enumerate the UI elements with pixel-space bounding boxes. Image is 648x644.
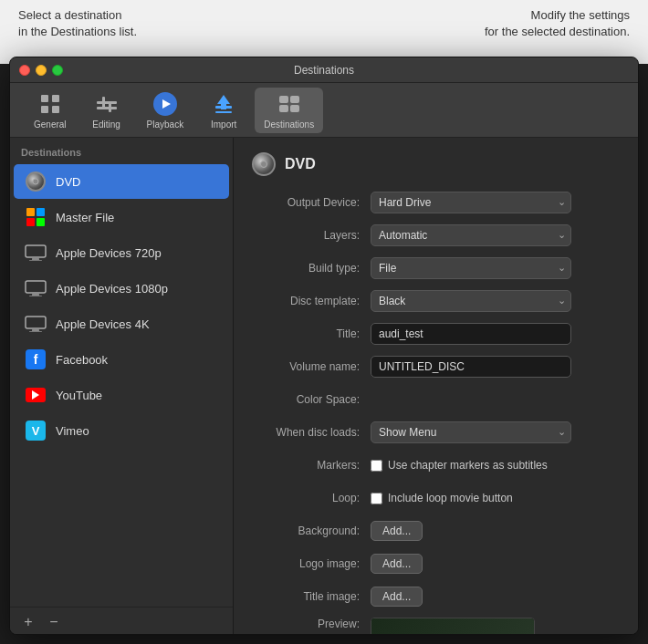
import-icon	[211, 91, 236, 117]
sidebar-item-dvd[interactable]: DVD	[14, 164, 229, 199]
volume-name-input[interactable]	[371, 356, 571, 378]
destinations-icon	[277, 91, 302, 117]
disc-template-control: Black White Custom	[371, 290, 620, 312]
title-image-label: Title image:	[252, 590, 371, 603]
title-input[interactable]	[371, 323, 571, 345]
toolbar-editing-button[interactable]: Editing	[83, 88, 131, 133]
panel-title: DVD	[285, 156, 316, 172]
sidebar-item-apple-1080p[interactable]: Apple Devices 1080p	[14, 271, 229, 306]
editing-icon	[94, 91, 120, 117]
svg-rect-19	[26, 218, 35, 226]
svg-rect-5	[97, 107, 117, 109]
logo-image-add-button[interactable]: Add...	[371, 554, 423, 574]
main-window: Destinations General	[9, 57, 639, 635]
svg-rect-22	[32, 258, 39, 260]
build-type-label: Build type:	[252, 262, 371, 275]
svg-rect-18	[37, 208, 45, 216]
title-image-control: Add...	[371, 587, 620, 607]
markers-label: Markers:	[252, 459, 371, 472]
content-area: Destinations DVD	[10, 138, 638, 635]
toolbar-playback-label: Playback	[147, 119, 184, 130]
markers-checkbox-label: Use chapter markers as subtitles	[388, 459, 548, 472]
maximize-button[interactable]	[52, 65, 63, 76]
sidebar-item-master-file[interactable]: Master File	[14, 200, 229, 234]
minimize-button[interactable]	[36, 65, 47, 76]
loop-row: Loop: Include loop movie button	[252, 486, 620, 510]
svg-rect-7	[109, 101, 111, 112]
markers-checkbox[interactable]	[371, 460, 382, 472]
svg-rect-2	[41, 106, 48, 113]
sidebar-item-vimeo[interactable]: V Vimeo	[14, 413, 229, 448]
preview-label: Preview:	[252, 618, 371, 630]
background-control: Add...	[371, 521, 620, 541]
svg-rect-25	[32, 294, 39, 296]
layers-control: Automatic Single Layer Dual Layer	[371, 224, 620, 246]
sidebar-item-facebook-label: Facebook	[56, 353, 108, 367]
svg-rect-4	[97, 101, 117, 104]
disc-template-select[interactable]: Black White Custom	[371, 290, 571, 312]
svg-rect-12	[215, 111, 232, 113]
svg-rect-27	[26, 317, 46, 328]
toolbar-import-button[interactable]: Import	[200, 88, 247, 133]
apple-1080p-icon	[25, 277, 47, 299]
sidebar-item-apple-720p[interactable]: Apple Devices 720p	[14, 235, 229, 270]
sidebar-item-vimeo-label: Vimeo	[56, 424, 89, 438]
add-destination-button[interactable]: +	[17, 613, 39, 631]
sidebar-item-facebook[interactable]: f Facebook	[14, 342, 229, 377]
build-type-control: File Disc Image VIDEO_TS Folder	[371, 257, 620, 279]
titlebar: Destinations	[10, 57, 638, 83]
toolbar-playback-button[interactable]: Playback	[138, 88, 193, 133]
general-icon	[37, 91, 63, 117]
preview-row: Preview: This is the Movie Title	[252, 618, 620, 635]
youtube-icon	[25, 384, 47, 406]
toolbar-destinations-button[interactable]: Destinations	[255, 88, 323, 133]
apple-4k-icon	[25, 313, 47, 335]
svg-rect-23	[29, 260, 42, 261]
preview-control: This is the Movie Title	[371, 618, 620, 635]
build-type-select[interactable]: File Disc Image VIDEO_TS Folder	[371, 257, 571, 279]
toolbar-general-button[interactable]: General	[25, 88, 76, 133]
logo-image-label: Logo image:	[252, 557, 371, 570]
sidebar-item-apple-1080p-label: Apple Devices 1080p	[56, 282, 168, 296]
svg-rect-6	[102, 97, 105, 108]
disc-template-label: Disc template:	[252, 295, 371, 307]
build-type-row: Build type: File Disc Image VIDEO_TS Fol…	[252, 256, 620, 280]
remove-destination-button[interactable]: −	[43, 613, 65, 631]
output-device-select[interactable]: Hard Drive DVD Burner	[371, 192, 571, 213]
svg-rect-1	[52, 95, 59, 102]
loop-checkbox-label: Include loop movie button	[388, 492, 513, 504]
toolbar-destinations-label: Destinations	[264, 119, 314, 130]
traffic-lights	[19, 65, 63, 76]
svg-rect-16	[290, 105, 299, 112]
svg-rect-21	[26, 245, 46, 257]
volume-name-row: Volume name:	[252, 355, 620, 379]
loop-label: Loop:	[252, 492, 371, 504]
when-disc-loads-select[interactable]: Show Menu Play Movie	[371, 421, 571, 443]
output-device-label: Output Device:	[252, 196, 371, 209]
sidebar-item-apple-4k[interactable]: Apple Devices 4K	[14, 306, 229, 341]
sidebar-item-youtube[interactable]: YouTube	[14, 378, 229, 412]
tooltip-left: Select a destination in the Destinations…	[18, 7, 137, 57]
volume-name-label: Volume name:	[252, 360, 371, 373]
svg-rect-28	[32, 329, 39, 331]
svg-rect-29	[29, 331, 42, 332]
dvd-icon	[25, 171, 47, 192]
svg-rect-15	[279, 105, 288, 112]
background-add-button[interactable]: Add...	[371, 521, 423, 541]
close-button[interactable]	[19, 65, 30, 76]
sidebar-item-master-file-label: Master File	[56, 211, 114, 224]
loop-checkbox[interactable]	[371, 493, 382, 504]
title-image-add-button[interactable]: Add...	[371, 587, 423, 607]
sidebar-item-dvd-label: DVD	[56, 175, 80, 189]
sidebar: Destinations DVD	[10, 138, 234, 635]
sidebar-item-youtube-label: YouTube	[56, 389, 102, 402]
sidebar-items: DVD Master File	[10, 163, 233, 607]
layers-select[interactable]: Automatic Single Layer Dual Layer	[371, 224, 571, 246]
toolbar: General Editing Playback	[10, 83, 638, 138]
tooltip-right: Modify the settings for the selected des…	[485, 7, 630, 57]
volume-name-control	[371, 356, 620, 378]
vimeo-icon: V	[25, 420, 47, 441]
playback-icon	[152, 91, 178, 117]
when-disc-loads-control: Show Menu Play Movie	[371, 421, 620, 443]
output-device-row: Output Device: Hard Drive DVD Burner	[252, 191, 620, 214]
